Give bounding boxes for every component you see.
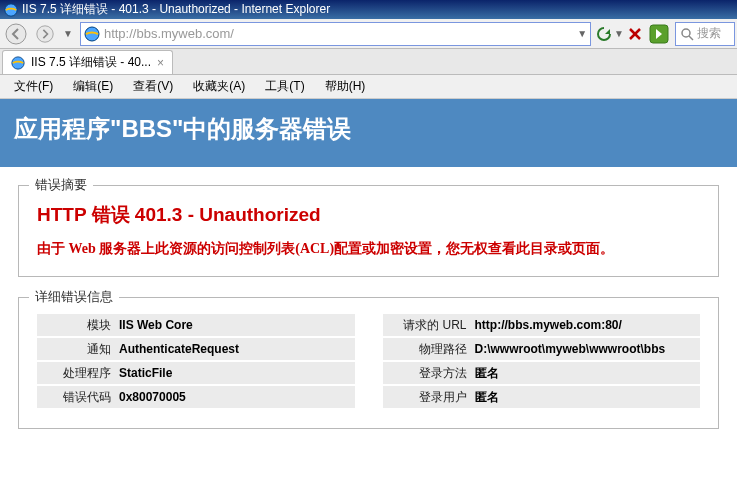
navbar: ▼ ▼ ▼ 搜索 bbox=[0, 19, 737, 49]
error-summary-box: 错误摘要 HTTP 错误 401.3 - Unauthorized 由于 Web… bbox=[18, 185, 719, 277]
error-code-title: HTTP 错误 401.3 - Unauthorized bbox=[37, 202, 700, 228]
tab-bar: IIS 7.5 详细错误 - 40... × bbox=[0, 49, 737, 75]
ie-icon bbox=[4, 3, 18, 17]
svg-point-1 bbox=[6, 24, 26, 44]
url-box[interactable]: ▼ bbox=[80, 22, 591, 46]
detail-row: 请求的 URLhttp://bbs.myweb.com:80/ bbox=[383, 314, 701, 336]
menu-edit[interactable]: 编辑(E) bbox=[63, 75, 123, 98]
page-title: 应用程序"BBS"中的服务器错误 bbox=[0, 99, 737, 167]
detail-row: 模块IIS Web Core bbox=[37, 314, 355, 336]
window-titlebar: IIS 7.5 详细错误 - 401.3 - Unauthorized - In… bbox=[0, 0, 737, 19]
svg-line-8 bbox=[689, 36, 693, 40]
menu-tools[interactable]: 工具(T) bbox=[255, 75, 314, 98]
back-button[interactable] bbox=[2, 21, 30, 47]
error-detail-box: 详细错误信息 模块IIS Web Core 通知AuthenticateRequ… bbox=[18, 297, 719, 429]
error-description: 由于 Web 服务器上此资源的访问控制列表(ACL)配置或加密设置，您无权查看此… bbox=[37, 240, 700, 258]
detail-row: 通知AuthenticateRequest bbox=[37, 338, 355, 360]
detail-row: 处理程序StaticFile bbox=[37, 362, 355, 384]
search-box[interactable]: 搜索 bbox=[675, 22, 735, 46]
detail-row: 登录方法匿名 bbox=[383, 362, 701, 384]
search-icon bbox=[680, 27, 694, 41]
page-content: 错误摘要 HTTP 错误 401.3 - Unauthorized 由于 Web… bbox=[0, 167, 737, 429]
summary-legend: 错误摘要 bbox=[29, 176, 93, 194]
close-icon[interactable]: × bbox=[157, 56, 164, 70]
menu-favorites[interactable]: 收藏夹(A) bbox=[183, 75, 255, 98]
detail-row: 登录用户匿名 bbox=[383, 386, 701, 408]
detail-row: 错误代码0x80070005 bbox=[37, 386, 355, 408]
window-title: IIS 7.5 详细错误 - 401.3 - Unauthorized - In… bbox=[22, 0, 330, 19]
chevron-down-icon[interactable]: ▼ bbox=[63, 28, 73, 39]
detail-row: 物理路径D:\wwwroot\myweb\wwwroot\bbs bbox=[383, 338, 701, 360]
ie-icon bbox=[84, 26, 100, 42]
svg-point-2 bbox=[37, 25, 53, 41]
tab-label: IIS 7.5 详细错误 - 40... bbox=[31, 54, 151, 71]
search-placeholder: 搜索 bbox=[697, 25, 721, 42]
chevron-down-icon[interactable]: ▼ bbox=[614, 28, 624, 39]
tab-active[interactable]: IIS 7.5 详细错误 - 40... × bbox=[2, 50, 173, 74]
ie-icon bbox=[11, 56, 25, 70]
chevron-down-icon[interactable]: ▼ bbox=[577, 28, 587, 39]
url-input[interactable] bbox=[104, 26, 573, 41]
detail-col-left: 模块IIS Web Core 通知AuthenticateRequest 处理程… bbox=[37, 314, 355, 410]
forward-button[interactable] bbox=[31, 21, 59, 47]
detail-legend: 详细错误信息 bbox=[29, 288, 119, 306]
error-header: 应用程序"BBS"中的服务器错误 bbox=[0, 99, 737, 167]
svg-point-7 bbox=[682, 29, 690, 37]
menu-help[interactable]: 帮助(H) bbox=[315, 75, 376, 98]
refresh-button[interactable]: ▼ bbox=[595, 25, 624, 43]
menu-bar: 文件(F) 编辑(E) 查看(V) 收藏夹(A) 工具(T) 帮助(H) bbox=[0, 75, 737, 99]
detail-col-right: 请求的 URLhttp://bbs.myweb.com:80/ 物理路径D:\w… bbox=[383, 314, 701, 410]
go-button[interactable] bbox=[647, 22, 671, 46]
menu-view[interactable]: 查看(V) bbox=[123, 75, 183, 98]
stop-button[interactable] bbox=[624, 21, 646, 47]
menu-file[interactable]: 文件(F) bbox=[4, 75, 63, 98]
